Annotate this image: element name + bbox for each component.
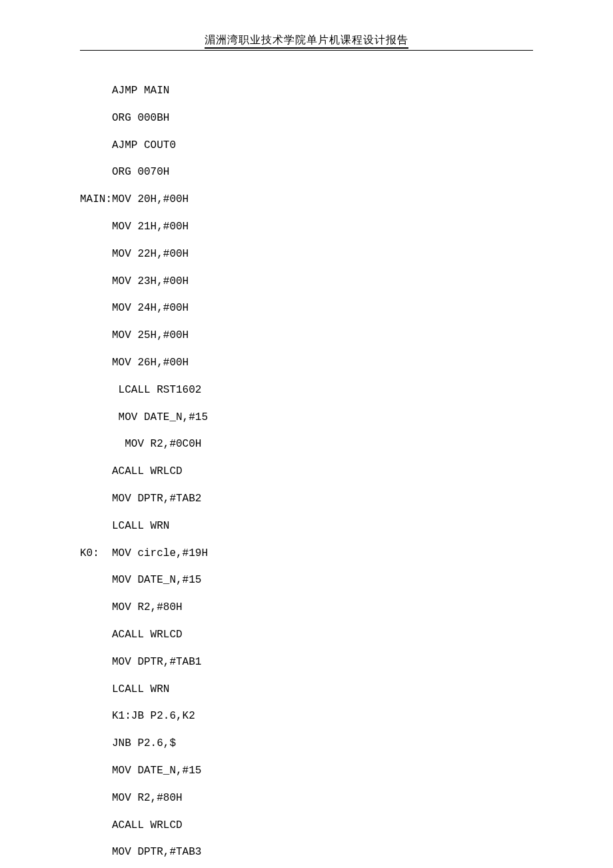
code-instruction: MOV R2,#80H [112, 601, 183, 613]
code-line: MOV R2,#80H [80, 594, 533, 621]
code-line: ORG 000BH [80, 105, 533, 132]
code-instruction: MOV circle,#19H [112, 547, 208, 559]
code-line: ORG 0070H [80, 159, 533, 186]
code-line: MOV 21H,#00H [80, 213, 533, 241]
code-instruction: MOV DATE_N,#15 [112, 411, 208, 423]
code-instruction: MOV DPTR,#TAB3 [112, 846, 201, 858]
code-label: MAIN: [80, 186, 112, 213]
code-instruction: ACALL WRLCD [112, 465, 183, 477]
code-line: AJMP COUT0 [80, 132, 533, 159]
code-line: ACALL WRLCD [80, 621, 533, 649]
code-instruction: MOV 22H,#00H [112, 248, 189, 260]
page-header-title: 湄洲湾职业技术学院单片机课程设计报告 [80, 33, 533, 47]
code-listing: AJMP MAINORG 000BHAJMP COUT0ORG 0070HMAI… [80, 77, 533, 868]
code-line: K0:MOV circle,#19H [80, 540, 533, 567]
code-instruction: MOV 21H,#00H [112, 221, 189, 233]
code-instruction: MOV 25H,#00H [112, 329, 189, 341]
code-instruction: LCALL WRN [112, 683, 169, 695]
code-instruction: MOV DPTR,#TAB1 [112, 656, 201, 668]
header-rule [80, 50, 533, 51]
code-line: MOV R2,#0C0H [80, 431, 533, 458]
document-page: 湄洲湾职业技术学院单片机课程设计报告 AJMP MAINORG 000BHAJM… [0, 0, 613, 868]
code-line: MOV DATE_N,#15 [80, 404, 533, 431]
code-line: LCALL RST1602 [80, 377, 533, 404]
code-instruction: ORG 000BH [112, 112, 169, 124]
code-line: K1:JB P2.6,K2 [80, 703, 533, 730]
code-line: MOV DPTR,#TAB2 [80, 485, 533, 513]
code-line: MOV DATE_N,#15 [80, 567, 533, 594]
code-line: MAIN:MOV 20H,#00H [80, 186, 533, 213]
code-instruction: MOV DATE_N,#15 [112, 765, 201, 777]
code-label: K0: [80, 540, 112, 567]
code-line: ACALL WRLCD [80, 458, 533, 485]
code-instruction: MOV DATE_N,#15 [112, 574, 201, 586]
code-line: MOV DATE_N,#15 [80, 757, 533, 785]
code-instruction: ACALL WRLCD [112, 629, 183, 641]
code-instruction: LCALL WRN [112, 520, 169, 532]
code-instruction: AJMP MAIN [112, 85, 169, 97]
code-line: MOV 23H,#00H [80, 268, 533, 295]
code-line: AJMP MAIN [80, 77, 533, 105]
code-line: MOV 26H,#00H [80, 349, 533, 377]
code-line: LCALL WRN [80, 513, 533, 540]
code-line: MOV DPTR,#TAB3 [80, 839, 533, 866]
code-instruction: MOV 23H,#00H [112, 275, 189, 287]
code-line: LCALL WRN [80, 676, 533, 703]
code-instruction: AJMP COUT0 [112, 139, 176, 151]
code-instruction: LCALL RST1602 [112, 384, 201, 396]
code-line: JNB P2.6,$ [80, 730, 533, 757]
code-instruction: ACALL WRLCD [112, 819, 183, 831]
code-instruction: MOV R2,#80H [112, 792, 183, 804]
code-instruction: MOV 24H,#00H [112, 302, 189, 314]
code-line: MOV 22H,#00H [80, 241, 533, 268]
code-instruction: MOV 26H,#00H [112, 357, 189, 369]
code-line: ACALL WRLCD [80, 812, 533, 839]
code-line: MOV R2,#80H [80, 785, 533, 812]
code-instruction: ORG 0070H [112, 166, 169, 178]
code-instruction: MOV 20H,#00H [112, 193, 189, 205]
code-instruction: K1:JB P2.6,K2 [112, 710, 195, 722]
code-instruction: MOV DPTR,#TAB2 [112, 493, 201, 505]
code-line: MOV 24H,#00H [80, 295, 533, 322]
code-instruction: MOV R2,#0C0H [112, 438, 201, 450]
code-line: MOV DPTR,#TAB1 [80, 649, 533, 676]
code-line: MOV 25H,#00H [80, 322, 533, 349]
code-instruction: JNB P2.6,$ [112, 737, 176, 749]
